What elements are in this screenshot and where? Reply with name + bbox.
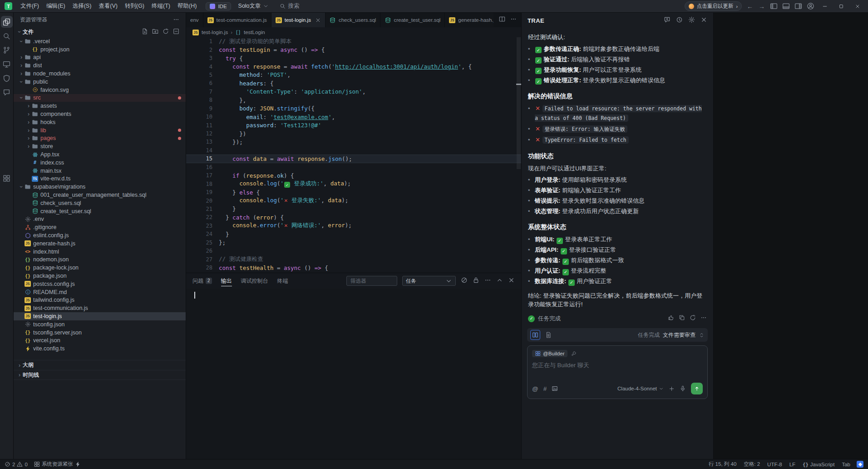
tree-item-tailwind.config.js[interactable]: JStailwind.config.js <box>14 296 186 304</box>
panel-tab-输出[interactable]: 输出 <box>221 273 232 289</box>
tree-item-test-communication.js[interactable]: JStest-communication.js <box>14 304 186 312</box>
trae-status-icon[interactable] <box>857 461 863 468</box>
tree-item-package.json[interactable]: {}package.json <box>14 272 186 280</box>
output-channel-select[interactable]: 任务 <box>402 276 456 286</box>
model-selector[interactable]: Claude-4-Sonnet <box>617 386 664 391</box>
plus-icon[interactable] <box>669 386 675 392</box>
tree-item-package-lock.json[interactable]: {}package-lock.json <box>14 264 186 272</box>
tree-item-components[interactable]: ›components <box>14 110 186 118</box>
tree-item-index.css[interactable]: #index.css <box>14 159 186 167</box>
status-__15____40[interactable]: 行 15, 列 40 <box>709 461 736 468</box>
more-tab-actions-icon[interactable] <box>510 16 517 24</box>
menu-item-帮助[interactable]: 帮助(H) <box>174 1 200 11</box>
files-section-header[interactable]: › 文件 <box>14 26 186 37</box>
tree-item-index.html[interactable]: <>index.html <box>14 248 186 256</box>
split-editor-icon[interactable] <box>499 16 505 24</box>
ide-badge[interactable]: IDE <box>206 2 231 10</box>
tree-item-check_users.sql[interactable]: check_users.sql <box>14 199 186 207</box>
tree-item-store[interactable]: ›store <box>14 142 186 150</box>
image-icon[interactable] <box>552 385 558 392</box>
outline-section[interactable]: › 大纲 <box>14 360 186 370</box>
tree-item-.vercel[interactable]: ›.vercel <box>14 37 186 45</box>
trae-settings-icon[interactable] <box>688 16 695 25</box>
clear-output-icon[interactable] <box>461 277 468 285</box>
minimize-button[interactable] <box>819 2 831 11</box>
review-action-label[interactable]: 文件需要审查 <box>663 331 695 339</box>
agent-chip[interactable]: @Builder <box>532 350 567 357</box>
close-panel-icon[interactable] <box>508 277 515 285</box>
tree-item-eslint.config.js[interactable]: eslint.config.js <box>14 231 186 239</box>
breadcrumb[interactable]: JStest-login.js›testLogin <box>186 27 521 37</box>
mic-icon[interactable] <box>680 385 686 392</box>
status-____2[interactable]: 空格: 2 <box>744 461 760 468</box>
status-Tab[interactable]: Tab <box>842 462 850 467</box>
status-JavaScript[interactable]: {}JavaScript <box>803 462 834 467</box>
maximize-button[interactable] <box>835 2 847 11</box>
tree-item-001_create_user_management_tables.sql[interactable]: 001_create_user_management_tables.sql <box>14 191 186 199</box>
restart-update-button[interactable]: 点击重启以更新 › <box>685 1 742 11</box>
activity-branch[interactable] <box>1 44 13 56</box>
new-chat-icon[interactable] <box>664 16 671 25</box>
hash-icon[interactable]: # <box>543 385 547 392</box>
tree-item-App.tsx[interactable]: App.tsx <box>14 150 186 159</box>
maximize-panel-icon[interactable] <box>496 277 503 285</box>
chat-history-icon[interactable] <box>676 16 683 25</box>
tree-item-hooks[interactable]: ›hooks <box>14 118 186 126</box>
tree-item-vite-env.d.ts[interactable]: TSvite-env.d.ts <box>14 175 186 183</box>
menu-item-编辑[interactable]: 编辑(E) <box>43 1 69 11</box>
tree-item-generate-hash.js[interactable]: JSgenerate-hash.js <box>14 239 186 248</box>
more-message-actions-icon[interactable] <box>700 314 707 324</box>
sidebar-tool-newfolder[interactable] <box>152 28 158 36</box>
tree-item-nodemon.json[interactable]: {}nodemon.json <box>14 256 186 264</box>
activity-shield[interactable] <box>1 72 13 84</box>
more-panel-actions-icon[interactable] <box>484 277 491 285</box>
activity-chat[interactable] <box>1 86 13 98</box>
tree-item-dist[interactable]: ›dist <box>14 61 186 70</box>
tree-item-supabase_migrations[interactable]: ›supabase\migrations <box>14 183 186 191</box>
tree-item-favicon.svg[interactable]: favicon.svg <box>14 86 186 94</box>
global-search[interactable]: 搜索 <box>280 2 300 10</box>
editor-tab-env[interactable]: env <box>186 13 203 27</box>
tree-item-create_test_user.sql[interactable]: create_test_user.sql <box>14 207 186 215</box>
tree-item-main.tsx[interactable]: main.tsx <box>14 167 186 175</box>
toggle-bottom-panel-icon[interactable] <box>782 2 790 10</box>
account-icon[interactable] <box>807 2 814 10</box>
tree-item-.env[interactable]: .env <box>14 215 186 224</box>
activity-search[interactable] <box>1 30 13 42</box>
editor-scrollbar[interactable] <box>517 37 521 169</box>
tree-item-tsconfig.json[interactable]: tsconfig.json <box>14 320 186 329</box>
sidebar-tool-collapse[interactable] <box>173 28 179 36</box>
editor-tab-check_users.sql[interactable]: check_users.sql <box>326 13 380 27</box>
toggle-right-panel-icon[interactable] <box>794 2 802 10</box>
problems-status[interactable]: 20 <box>5 461 28 467</box>
diff-view-button[interactable] <box>530 330 540 340</box>
lock-scroll-icon[interactable] <box>473 277 479 285</box>
activity-grid[interactable] <box>1 172 13 184</box>
close-tab-icon[interactable] <box>315 17 321 23</box>
editor-tab-test-login.js[interactable]: JStest-login.js <box>271 13 326 27</box>
activity-monitor[interactable] <box>1 58 13 70</box>
panel-tab-调试控制台[interactable]: 调试控制台 <box>241 273 268 289</box>
solo-mode-selector[interactable]: Solo文章 <box>238 2 269 10</box>
editor-tab-create_test_user.sql[interactable]: create_test_user.sql <box>380 13 445 27</box>
editor-tab-test-communication.js[interactable]: JStest-communication.js <box>203 13 271 27</box>
tree-item-api[interactable]: ›api <box>14 54 186 62</box>
tree-item-test-login.js[interactable]: JStest-login.js <box>14 312 186 320</box>
toggle-left-panel-icon[interactable] <box>770 2 778 10</box>
tree-item-vercel.json[interactable]: {}vercel.json <box>14 336 186 344</box>
tree-item-public[interactable]: ›public <box>14 78 186 86</box>
tree-item-pages[interactable]: ›pages <box>14 135 186 143</box>
close-window-button[interactable] <box>852 2 863 11</box>
updown-icon[interactable] <box>699 332 705 338</box>
menu-item-终端[interactable]: 终端(T) <box>148 1 174 11</box>
send-button[interactable] <box>691 383 703 394</box>
tree-item-tsconfig.server.json[interactable]: {}tsconfig.server.json <box>14 329 186 337</box>
nav-forward-icon[interactable]: → <box>758 3 765 10</box>
menu-item-查看[interactable]: 查看(V) <box>95 1 121 11</box>
regenerate-icon[interactable] <box>690 314 696 324</box>
menu-item-文件[interactable]: 文件(F) <box>17 1 43 11</box>
activity-files[interactable] <box>1 16 13 28</box>
tools-icon[interactable] <box>571 351 577 356</box>
mention-icon[interactable]: @ <box>532 385 538 392</box>
nav-back-icon[interactable]: ← <box>746 3 754 10</box>
